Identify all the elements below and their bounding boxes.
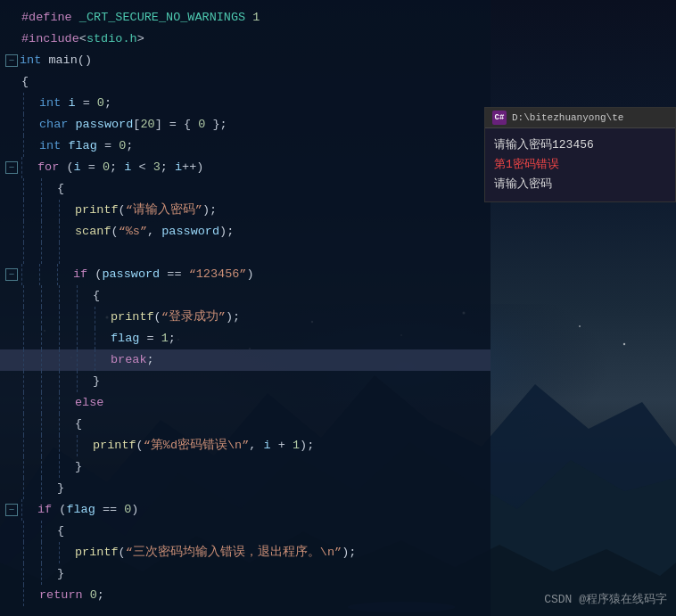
code-editor: #define _CRT_SECURE_NO_WARNINGS 1#includ… — [0, 0, 491, 616]
token-kw-include: #include — [21, 29, 79, 50]
token-deco — [245, 7, 252, 29]
code-line: printf(“三次密码均输入错误，退出程序。\n”); — [0, 542, 491, 563]
token-kw-break: break — [111, 349, 147, 371]
token-deco: ( — [136, 435, 144, 456]
token-deco: ++) — [182, 157, 203, 178]
token-deco: == — [160, 264, 188, 285]
token-deco: ] = { — [155, 114, 199, 136]
token-str: “三次密码均输入错误，退出程序。\n” — [126, 542, 342, 563]
code-line: { — [0, 285, 491, 307]
code-line: break; — [0, 349, 491, 371]
token-deco: ( — [154, 307, 161, 328]
token-num: 1 — [161, 328, 169, 349]
token-deco: ; — [126, 136, 133, 157]
token-str: “请输入密码” — [126, 200, 202, 221]
token-var: i — [74, 157, 81, 178]
token-var: i — [264, 435, 271, 456]
token-kw-if: if — [73, 264, 87, 285]
token-fn-printf: printf — [75, 200, 119, 221]
token-deco: = — [81, 157, 103, 178]
token-deco: }; — [205, 114, 227, 136]
indent-guides — [21, 200, 75, 221]
token-deco: ); — [300, 435, 314, 456]
token-num: 1 — [293, 435, 300, 456]
code-line: printf(“请输入密码”); — [0, 200, 491, 221]
watermark: CSDN @程序猿在线码字 — [544, 591, 667, 607]
code-line: #include<stdio.h> — [0, 29, 491, 50]
indent-guides — [20, 264, 73, 285]
indent-guides — [21, 221, 75, 242]
indent-guides — [20, 157, 37, 178]
gutter: − — [4, 161, 20, 174]
token-kw-if: if — [37, 499, 52, 521]
token-punct: { — [93, 285, 100, 307]
token-deco: , — [147, 221, 161, 242]
token-deco: main() — [41, 50, 92, 71]
token-deco: , — [249, 435, 263, 456]
gutter: − — [4, 504, 20, 516]
token-var: password — [76, 114, 134, 136]
code-line: − for (i = 0; i < 3; i++) — [0, 157, 491, 178]
indent-guides — [21, 93, 39, 114]
indent-guides — [21, 328, 111, 349]
token-num: 3 — [153, 157, 161, 178]
code-content: #define _CRT_SECURE_NO_WARNINGS 1#includ… — [0, 0, 491, 613]
token-deco: ; — [161, 157, 175, 178]
token-kw-int: int — [20, 50, 41, 71]
terminal-line: 请输入密码123456 — [494, 136, 666, 155]
token-punct: } — [57, 478, 64, 499]
token-num: 0 — [198, 114, 205, 136]
terminal-window: C# D:\bitezhuanyong\te 请输入密码123456第1密码错误… — [484, 107, 676, 202]
token-num: 0 — [119, 136, 126, 157]
token-kw-char: char — [39, 114, 68, 136]
code-line: printf(“第%d密码错误\n”, i + 1); — [0, 435, 491, 456]
token-fn-printf: printf — [93, 435, 136, 456]
token-punct: } — [93, 371, 100, 392]
code-line — [0, 242, 491, 264]
terminal-line: 第1密码错误 — [494, 155, 666, 175]
terminal-line: 请输入密码 — [494, 175, 666, 194]
indent-guides — [21, 563, 57, 585]
token-var: password — [102, 264, 160, 285]
token-deco: ( — [111, 221, 119, 242]
token-deco: ( — [87, 264, 102, 285]
token-deco: ( — [59, 157, 73, 178]
token-deco: < — [131, 157, 153, 178]
token-header: stdio.h — [87, 29, 137, 50]
code-line: scanf(“%s”, password); — [0, 221, 491, 242]
code-line: − if (flag == 0) — [0, 499, 491, 521]
indent-guides — [20, 499, 37, 521]
token-str: “第%d密码错误\n” — [144, 435, 250, 456]
token-deco — [61, 136, 68, 157]
code-line: −int main() — [0, 50, 491, 71]
indent-guides — [21, 478, 57, 499]
token-var: i — [175, 157, 182, 178]
token-fn-scanf: scanf — [75, 221, 111, 242]
token-kw-else: else — [75, 392, 103, 414]
terminal-body: 请输入密码123456第1密码错误请输入密码 — [485, 128, 675, 201]
code-line: } — [0, 371, 491, 392]
token-num: 0 — [124, 499, 131, 521]
code-line: int flag = 0; — [0, 136, 491, 157]
svg-point-7 — [579, 325, 581, 327]
terminal-title-text: D:\bitezhuanyong\te — [512, 112, 623, 123]
token-deco: == — [95, 499, 124, 521]
code-line: char password[20] = { 0 }; — [0, 114, 491, 136]
token-angle: > — [137, 29, 144, 50]
token-num: 1 — [252, 7, 260, 29]
token-deco — [61, 93, 68, 114]
code-line: { — [0, 414, 491, 435]
token-deco: ( — [52, 499, 66, 521]
token-punct: { — [57, 521, 64, 542]
code-line: printf(“登录成功”); — [0, 307, 491, 328]
token-punct: } — [75, 456, 82, 478]
token-deco: ( — [119, 542, 126, 563]
token-kw-int: int — [39, 136, 61, 157]
code-line: flag = 1; — [0, 328, 491, 349]
token-deco — [72, 7, 79, 29]
token-deco — [68, 114, 75, 136]
token-deco: ; — [110, 157, 124, 178]
indent-guides — [21, 521, 57, 542]
indent-guides — [21, 349, 111, 371]
gutter: − — [4, 268, 20, 281]
